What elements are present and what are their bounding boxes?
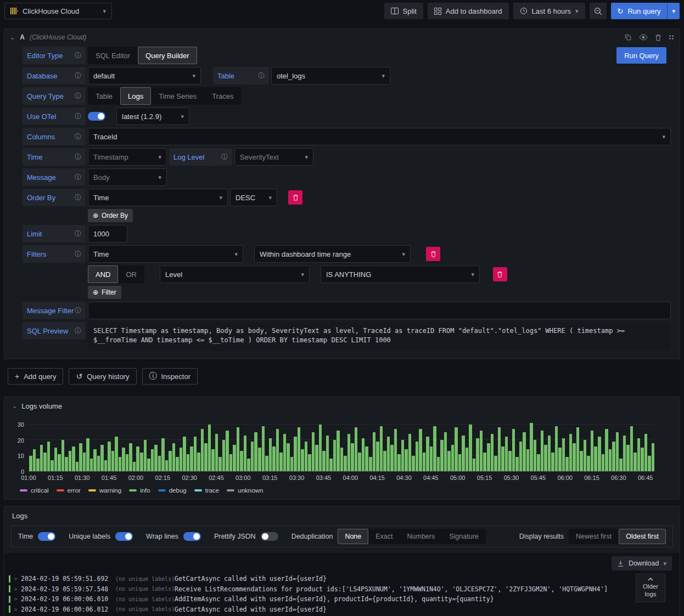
wrap-lines-toggle[interactable] xyxy=(183,532,201,541)
log-row[interactable]: >2024-02-19 06:00:06.010(no unique label… xyxy=(9,594,675,604)
run-query-editor-button[interactable]: Run Query xyxy=(616,47,666,64)
use-otel-toggle[interactable] xyxy=(88,112,105,121)
download-label: Download xyxy=(629,560,659,567)
query-history-button[interactable]: ↺ Query history xyxy=(69,368,136,385)
log-timestamp: 2024-02-19 05:59:51.692 xyxy=(21,575,115,583)
legend-item-warning[interactable]: warning xyxy=(88,487,121,494)
option-logs[interactable]: Logs xyxy=(120,87,151,105)
info-icon[interactable]: ⓘ xyxy=(75,132,81,142)
log-row[interactable]: >2024-02-19 05:59:51.692(no unique label… xyxy=(9,574,675,584)
option-sql-editor[interactable]: SQL Editor xyxy=(88,47,138,64)
table-select[interactable]: otel_logs ▾ xyxy=(271,67,390,84)
legend-item-unknown[interactable]: unknown xyxy=(227,487,263,494)
inspector-button[interactable]: ⓘ Inspector xyxy=(142,368,198,385)
filter2-operator-select[interactable]: IS ANYTHING ▾ xyxy=(321,265,480,283)
filter-field-select[interactable]: Time ▾ xyxy=(88,245,243,263)
remove-order-by-button[interactable] xyxy=(288,190,302,205)
prettify-json-toggle[interactable] xyxy=(261,532,278,541)
add-order-by-button[interactable]: ⊕ Order By xyxy=(88,209,133,222)
older-logs-label: Older logs xyxy=(638,583,663,598)
time-column-select[interactable]: Timestamp ▾ xyxy=(88,148,167,166)
time-range-picker[interactable]: Last 6 hours ▾ xyxy=(513,3,585,19)
volume-bar xyxy=(151,449,154,471)
logs-volume-chart[interactable]: 0102030 xyxy=(10,421,680,472)
time-toggle[interactable] xyxy=(38,532,55,541)
collapse-chevron-icon[interactable]: ⌄ xyxy=(12,403,17,409)
volume-bar xyxy=(308,454,311,471)
filter2-field-select[interactable]: Level ▾ xyxy=(160,265,310,283)
expand-chevron-icon[interactable]: > xyxy=(14,596,21,602)
info-icon[interactable]: ⓘ xyxy=(75,306,81,315)
log-row[interactable]: >2024-02-19 05:59:57.548(no unique label… xyxy=(9,584,675,595)
info-icon[interactable]: ⓘ xyxy=(75,193,81,202)
info-icon[interactable]: ⓘ xyxy=(75,250,81,259)
split-button[interactable]: Split xyxy=(384,3,423,19)
expand-chevron-icon[interactable]: > xyxy=(14,607,21,612)
option-traces[interactable]: Traces xyxy=(204,87,241,105)
datasource-picker[interactable]: ClickHouse Cloud ▾ xyxy=(4,3,112,19)
option-newest-first[interactable]: Newest first xyxy=(569,529,619,544)
remove-filter2-button[interactable] xyxy=(493,267,507,281)
option-numbers[interactable]: Numbers xyxy=(400,529,442,544)
option-exact[interactable]: Exact xyxy=(368,529,400,544)
option-oldest-first[interactable]: Oldest first xyxy=(619,529,666,544)
info-icon[interactable]: ⓘ xyxy=(258,71,265,81)
legend-item-trace[interactable]: trace xyxy=(194,487,220,494)
expand-chevron-icon[interactable]: > xyxy=(14,586,21,592)
hide-response-eye-icon[interactable] xyxy=(639,34,648,41)
chart-legend: criticalerrorwarninginfodebugtraceunknow… xyxy=(20,487,680,494)
info-icon[interactable]: ⓘ xyxy=(75,229,81,239)
duplicate-query-icon[interactable] xyxy=(624,33,632,41)
add-to-dashboard-button[interactable]: Add to dashboard xyxy=(428,3,509,19)
collapse-chevron-icon[interactable]: ⌄ xyxy=(10,35,15,41)
info-icon[interactable]: ⓘ xyxy=(75,71,81,81)
info-icon[interactable]: ⓘ xyxy=(221,152,228,162)
query-ref-id: A xyxy=(20,33,25,41)
info-icon[interactable]: ⓘ xyxy=(75,326,81,336)
legend-item-debug[interactable]: debug xyxy=(158,487,187,494)
volume-bar xyxy=(408,434,412,471)
info-icon[interactable]: ⓘ xyxy=(75,51,81,60)
legend-item-error[interactable]: error xyxy=(57,487,81,494)
option-or[interactable]: OR xyxy=(118,265,144,283)
database-select[interactable]: default ▾ xyxy=(88,67,201,84)
run-query-button[interactable]: ↻ Run query xyxy=(611,3,668,19)
option-table[interactable]: Table xyxy=(88,87,120,105)
chevron-down-icon: ▾ xyxy=(154,154,161,160)
add-filter-button[interactable]: ⊕ Filter xyxy=(88,286,121,299)
order-by-direction-select[interactable]: DESC ▾ xyxy=(230,189,277,206)
filter-operator-select[interactable]: Within dashboard time range ▾ xyxy=(254,245,411,263)
info-icon[interactable]: ⓘ xyxy=(75,112,81,121)
info-icon[interactable]: ⓘ xyxy=(75,173,81,182)
message-filter-input[interactable] xyxy=(88,302,671,319)
log-level-select[interactable]: SeverityText ▾ xyxy=(234,148,313,166)
run-query-dropdown[interactable]: ▾ xyxy=(667,3,680,19)
remove-query-trash-icon[interactable] xyxy=(655,34,661,41)
unique-labels-toggle[interactable] xyxy=(115,532,133,541)
message-column-select[interactable]: Body ▾ xyxy=(88,168,167,186)
chevron-down-icon: ▾ xyxy=(575,8,579,14)
remove-filter-button[interactable] xyxy=(426,247,440,261)
legend-item-critical[interactable]: critical xyxy=(20,487,49,494)
log-row[interactable]: >2024-02-19 06:00:06.012(no unique label… xyxy=(9,604,675,615)
option-and[interactable]: AND xyxy=(88,265,118,283)
expand-chevron-icon[interactable]: > xyxy=(14,576,21,581)
zoom-out-button[interactable] xyxy=(590,3,607,19)
volume-bar xyxy=(29,456,32,471)
option-query-builder[interactable]: Query Builder xyxy=(138,47,197,64)
order-by-field-select[interactable]: Time ▾ xyxy=(88,189,228,206)
option-none[interactable]: None xyxy=(338,529,368,544)
volume-bar xyxy=(172,443,176,471)
info-icon[interactable]: ⓘ xyxy=(75,152,81,162)
columns-multiselect[interactable]: TraceId ▾ xyxy=(88,128,671,145)
info-icon[interactable]: ⓘ xyxy=(75,92,81,101)
download-button[interactable]: Download ▾ xyxy=(612,556,672,570)
add-query-button[interactable]: + Add query xyxy=(8,368,63,385)
drag-handle-icon[interactable] xyxy=(669,35,674,40)
otel-version-select[interactable]: latest (1.2.9) ▾ xyxy=(116,108,189,125)
limit-input[interactable] xyxy=(88,225,127,242)
option-signature[interactable]: Signature xyxy=(442,529,486,544)
legend-item-info[interactable]: info xyxy=(129,487,150,494)
option-time-series[interactable]: Time Series xyxy=(151,87,204,105)
older-logs-button[interactable]: Older logs xyxy=(636,574,665,602)
